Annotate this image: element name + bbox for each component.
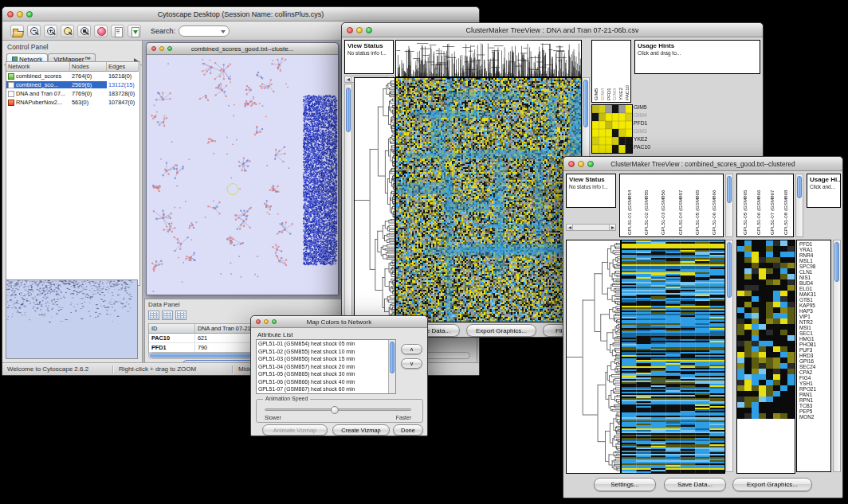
network-row[interactable]: DNA and Tran 07... 7769(0) 183728(0) — [6, 89, 139, 98]
header-nodes[interactable]: Nodes — [70, 62, 107, 72]
network-row[interactable]: combined_sco... 2569(6) 13112(15) — [6, 80, 139, 89]
gene-label[interactable]: YSH1 — [799, 381, 830, 386]
gene-label[interactable]: VIP1 — [799, 314, 830, 319]
global-heatmap-canvas[interactable] — [621, 240, 725, 474]
labels-vscrollbar[interactable] — [725, 174, 733, 237]
gene-list-vscrollbar[interactable] — [833, 240, 841, 472]
gene-label[interactable]: MSL1 — [799, 258, 830, 264]
cytoscape-titlebar[interactable]: Cytoscape Desktop (Session Name: collins… — [2, 7, 479, 21]
gene-label[interactable]: ELG1 — [799, 286, 830, 291]
network-row[interactable]: combined_scores 2764(0) 16218(0) — [6, 72, 139, 80]
header-edges[interactable]: Edges — [107, 62, 139, 72]
left-vscrollbar[interactable] — [344, 84, 352, 321]
vscroll-thumb[interactable] — [346, 88, 351, 132]
dialog-titlebar[interactable]: Map Colors to Network — [251, 316, 427, 328]
gene-label[interactable]: MON2 — [799, 414, 830, 420]
network-view-titlebar[interactable]: combined_scores_good.txt--cluste... — [147, 43, 338, 55]
attribute-table-icon[interactable] — [162, 311, 173, 320]
gene-label[interactable]: CLN1 — [799, 269, 830, 275]
attribute-item[interactable]: GPL51-02 (GSM855) heat shock 10 min — [257, 348, 388, 356]
gene-label[interactable]: NTR2 — [799, 319, 830, 325]
zoom-button[interactable] — [167, 46, 172, 51]
export-graphics-button[interactable]: Export Graphics... — [732, 478, 812, 491]
dendrogram-hscrollbar[interactable] — [566, 224, 616, 231]
vscroll-thumb[interactable] — [390, 342, 395, 373]
open-folder-icon[interactable] — [10, 25, 24, 37]
network-row[interactable]: RNAPuberNov2... 563(0) 107847(0) — [6, 98, 139, 107]
scroll-left-icon[interactable] — [567, 225, 573, 230]
heatmap-canvas[interactable] — [395, 77, 582, 322]
row-dendrogram-canvas[interactable] — [566, 240, 621, 474]
heatmap-vscrollbar[interactable] — [725, 240, 733, 472]
gene-label[interactable]: PHO81 — [799, 342, 830, 347]
zoom-region-icon[interactable] — [61, 25, 74, 37]
correlation-matrix-canvas[interactable] — [591, 104, 633, 154]
close-button[interactable] — [568, 161, 575, 167]
treeview1-titlebar[interactable]: ClusterMaker TreeView : DNA and Tran 07-… — [342, 23, 763, 37]
gene-label[interactable]: PAN1 — [799, 392, 830, 397]
zoom-button[interactable] — [26, 11, 33, 18]
close-button[interactable] — [347, 27, 353, 33]
header-id[interactable]: ID — [149, 324, 195, 334]
attribute-item[interactable]: GPL51-03 (GSM856) heat shock 15 min — [257, 355, 388, 363]
network-overview-panel[interactable] — [6, 279, 138, 359]
treeview2-titlebar[interactable]: ClusterMaker TreeView : combined_scores_… — [563, 157, 842, 171]
gene-label[interactable]: SEC24 — [799, 364, 830, 369]
settings-button[interactable]: Settings... — [594, 478, 656, 491]
attribute-item[interactable]: GPL51-07 (GSM867) heat shock 60 min — [257, 385, 388, 393]
scroll-right-icon[interactable] — [609, 225, 615, 230]
matrix-view-icon[interactable] — [175, 311, 186, 320]
zoom-button[interactable] — [366, 27, 372, 33]
column-dendrogram-canvas[interactable] — [395, 40, 582, 77]
overview-canvas[interactable] — [6, 280, 135, 357]
scroll-left-icon[interactable] — [345, 76, 351, 82]
attribute-item[interactable]: GPL51-05 (GSM865) heat shock 30 min — [257, 370, 388, 378]
attribute-item[interactable]: GPL51-04 (GSM857) heat shock 20 min — [257, 363, 388, 371]
zoom-button[interactable] — [272, 319, 277, 324]
vscroll-thumb[interactable] — [797, 176, 802, 198]
vscroll-thumb[interactable] — [727, 176, 732, 203]
zoom-in-icon[interactable] — [44, 25, 57, 37]
gene-label[interactable]: MSI1 — [799, 325, 830, 330]
slider-thumb[interactable] — [331, 406, 339, 414]
vscroll-thumb[interactable] — [834, 242, 839, 282]
gene-label[interactable]: YRA1 — [799, 247, 830, 252]
gene-label[interactable]: SEC1 — [799, 330, 830, 336]
close-button[interactable] — [7, 11, 14, 18]
attribute-item[interactable]: GPL51-01 (GSM854) heat shock 05 min — [257, 340, 388, 348]
gene-label[interactable]: HMG1 — [799, 336, 830, 342]
export-graphics-button[interactable]: Export Graphics... — [466, 324, 536, 337]
header-network[interactable]: Network — [6, 62, 70, 72]
gene-label[interactable]: HAP3 — [799, 308, 830, 314]
zoom-out-icon[interactable] — [27, 25, 41, 37]
new-doc-icon[interactable] — [111, 25, 124, 37]
gene-label[interactable]: MAK31 — [799, 291, 830, 297]
move-down-button[interactable]: ∨ — [401, 358, 422, 369]
animation-speed-slider[interactable] — [265, 408, 411, 411]
minimize-button[interactable] — [578, 161, 584, 167]
close-button[interactable] — [256, 319, 261, 324]
done-button[interactable]: Done — [393, 424, 423, 436]
gene-label[interactable]: CPA2 — [799, 369, 830, 375]
minimize-button[interactable] — [356, 27, 363, 33]
minimize-button[interactable] — [17, 11, 23, 18]
minimize-button[interactable] — [264, 319, 269, 324]
gene-label[interactable]: NIS1 — [799, 275, 830, 280]
vscroll-thumb[interactable] — [727, 242, 732, 298]
gene-label[interactable]: FIG4 — [799, 375, 830, 381]
attribute-item[interactable]: GPL51-06 (GSM866) heat shock 40 min — [257, 378, 388, 386]
gene-label[interactable]: HRD3 — [799, 353, 830, 358]
import-doc-icon[interactable] — [128, 25, 141, 37]
close-button[interactable] — [151, 46, 156, 51]
animate-vizmap-button[interactable]: Animate Vizmap — [262, 424, 328, 436]
zoom-heatmap-canvas[interactable] — [736, 240, 795, 474]
gene-label[interactable]: RNR4 — [799, 252, 830, 258]
gene-label[interactable]: GTB1 — [799, 297, 830, 303]
gene-label[interactable]: PFD1 — [799, 241, 830, 247]
vscroll-thumb[interactable] — [583, 80, 588, 127]
gene-label[interactable]: PUF3 — [799, 347, 830, 353]
gene-label[interactable]: PEP5 — [799, 408, 830, 414]
annotation-icon[interactable] — [94, 25, 108, 37]
create-vizmap-button[interactable]: Create Vizmap — [332, 424, 390, 436]
gene-label[interactable]: RPN1 — [799, 397, 830, 403]
